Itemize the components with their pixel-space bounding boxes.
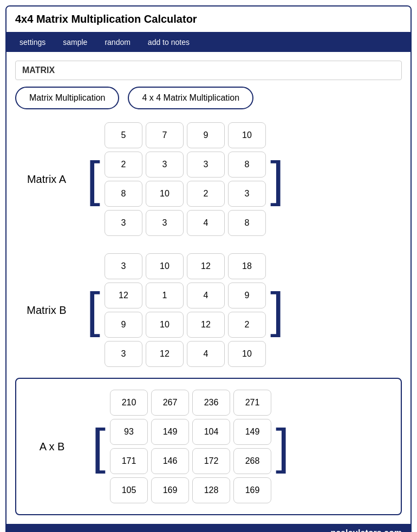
type-btn-matrix-multiplication[interactable]: Matrix Multiplication: [15, 87, 119, 109]
matrix-a-cell[interactable]: 2: [105, 152, 142, 178]
matrix-a-cell[interactable]: 3: [146, 210, 184, 236]
matrix-b-cell[interactable]: 1: [146, 283, 184, 308]
matrix-b-bracket-container: [ 310121812149910122312410 ]: [87, 253, 284, 367]
nav-add-to-notes[interactable]: add to notes: [139, 32, 198, 52]
footer-text: ncalculators.com: [330, 528, 402, 532]
matrix-b-cell[interactable]: 12: [146, 341, 184, 367]
matrix-a-cell[interactable]: 7: [146, 122, 184, 148]
matrix-b-cell[interactable]: 4: [187, 283, 225, 308]
matrix-b-cell[interactable]: 12: [187, 312, 225, 338]
main-container: 4x4 Matrix Multiplication Calculator set…: [5, 5, 412, 532]
matrix-a-cell[interactable]: 8: [228, 152, 266, 178]
result-cell: 210: [110, 390, 148, 416]
matrix-a-cell[interactable]: 2: [187, 181, 225, 207]
footer-bar: ncalculators.com: [6, 524, 411, 532]
matrix-b-grid: 310121812149910122312410: [105, 253, 266, 367]
matrix-b-cell[interactable]: 10: [146, 312, 184, 338]
matrix-a-cell[interactable]: 4: [187, 210, 225, 236]
matrix-a-cell[interactable]: 3: [105, 210, 142, 236]
matrix-b-cell[interactable]: 10: [146, 253, 184, 279]
matrix-b-cell[interactable]: 3: [105, 341, 142, 367]
matrix-b-cell[interactable]: 2: [228, 312, 266, 338]
title-bar: 4x4 Matrix Multiplication Calculator: [6, 6, 411, 32]
bracket-left-a: [: [87, 155, 100, 203]
result-cell: 146: [151, 448, 189, 474]
result-cell: 171: [110, 448, 148, 474]
result-cell: 172: [192, 448, 230, 474]
result-cell: 268: [233, 448, 271, 474]
bracket-right-a: ]: [270, 155, 284, 203]
matrices-area: Matrix A [ 579102338810233348 ] Matrix B…: [15, 122, 402, 367]
nav-settings[interactable]: settings: [11, 32, 54, 52]
result-cell: 105: [110, 477, 148, 503]
page-title: 4x4 Matrix Multiplication Calculator: [15, 13, 197, 25]
matrix-a-row: Matrix A [ 579102338810233348 ]: [19, 122, 398, 236]
type-btn-4x4-matrix[interactable]: 4 x 4 Matrix Multiplication: [128, 87, 253, 109]
matrix-b-cell[interactable]: 18: [228, 253, 266, 279]
result-cell: 149: [151, 419, 189, 445]
matrix-a-cell[interactable]: 3: [146, 152, 184, 178]
bracket-left-result: [: [92, 422, 106, 471]
matrix-a-cell[interactable]: 10: [146, 181, 184, 207]
result-cell: 169: [233, 477, 271, 503]
matrix-a-cell[interactable]: 3: [228, 181, 266, 207]
matrix-b-cell[interactable]: 10: [228, 341, 266, 367]
matrix-b-cell[interactable]: 12: [187, 253, 225, 279]
matrix-b-cell[interactable]: 9: [228, 283, 266, 308]
result-cell: 149: [233, 419, 271, 445]
matrix-b-cell[interactable]: 4: [187, 341, 225, 367]
type-buttons: Matrix Multiplication 4 x 4 Matrix Multi…: [15, 87, 402, 109]
nav-bar: settings sample random add to notes: [6, 32, 411, 52]
result-cell: 93: [110, 419, 148, 445]
matrix-a-grid: 579102338810233348: [105, 122, 266, 236]
bracket-right-result: ]: [276, 422, 289, 471]
matrix-b-cell[interactable]: 12: [105, 283, 142, 308]
matrix-b-row: Matrix B [ 310121812149910122312410 ]: [19, 253, 398, 367]
nav-sample[interactable]: sample: [54, 32, 96, 52]
matrix-a-cell[interactable]: 8: [105, 181, 142, 207]
result-label: A x B: [25, 441, 79, 453]
matrix-a-cell[interactable]: 8: [228, 210, 266, 236]
result-cell: 267: [151, 390, 189, 416]
matrix-a-cell[interactable]: 5: [105, 122, 142, 148]
bracket-right-b: ]: [270, 286, 284, 334]
result-grid: 2102672362719314910414917114617226810516…: [110, 390, 271, 503]
section-label: MATRIX: [15, 61, 402, 80]
matrix-a-bracket-container: [ 579102338810233348 ]: [87, 122, 284, 236]
result-cell: 104: [192, 419, 230, 445]
nav-random[interactable]: random: [96, 32, 139, 52]
content-area: MATRIX Matrix Multiplication 4 x 4 Matri…: [6, 52, 411, 524]
matrix-b-label: Matrix B: [19, 304, 74, 317]
matrix-b-cell[interactable]: 9: [105, 312, 142, 338]
result-bracket-container: [ 21026723627193149104149171146172268105…: [92, 390, 289, 503]
matrix-a-cell[interactable]: 10: [228, 122, 266, 148]
bracket-left-b: [: [87, 286, 100, 334]
result-container: A x B [ 21026723627193149104149171146172…: [15, 378, 402, 515]
matrix-b-cell[interactable]: 3: [105, 253, 142, 279]
result-cell: 236: [192, 390, 230, 416]
matrix-a-label: Matrix A: [19, 173, 74, 186]
matrix-a-cell[interactable]: 9: [187, 122, 225, 148]
result-cell: 128: [192, 477, 230, 503]
result-cell: 271: [233, 390, 271, 416]
result-cell: 169: [151, 477, 189, 503]
matrix-a-cell[interactable]: 3: [187, 152, 225, 178]
